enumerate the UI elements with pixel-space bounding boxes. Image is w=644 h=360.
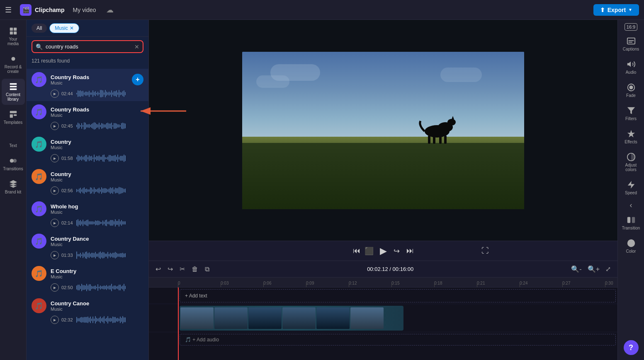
svg-rect-6 xyxy=(10,114,12,118)
right-panel-speed[interactable]: Speed xyxy=(619,176,644,199)
timeline-playhead[interactable] xyxy=(178,288,179,360)
filter-music-button[interactable]: Music ✕ xyxy=(49,23,79,33)
track-item[interactable]: 🎵 Whole hog Music ▶ 02:14 xyxy=(27,198,148,230)
track-icon: 🎵 xyxy=(32,234,46,249)
fit-timeline-button[interactable]: ⤢ xyxy=(604,263,612,275)
track-waveform xyxy=(76,316,126,324)
svg-marker-16 xyxy=(452,116,454,119)
sidebar-item-brand-kit[interactable]: Brand kit xyxy=(2,176,25,198)
ruler-line xyxy=(306,284,306,287)
right-panel-audio[interactable]: Audio xyxy=(619,56,644,79)
ruler-mark: 0:09 xyxy=(306,281,314,285)
track-controls: ▶ 02:56 xyxy=(32,186,143,195)
right-panel-fade[interactable]: Fade xyxy=(619,79,644,102)
undo-button[interactable]: ↩ xyxy=(154,263,163,275)
track-item[interactable]: 🎵 Country Canoe Music ▶ 02:32 xyxy=(27,295,148,327)
right-panel-adjust-colors[interactable]: Adjust colors xyxy=(619,148,644,176)
sidebar-item-content-library[interactable]: Content library xyxy=(2,79,25,105)
right-panel-filters[interactable]: Filters xyxy=(619,102,644,125)
video-title[interactable]: My video xyxy=(70,5,100,15)
topbar-right: ⬆ Export ▼ xyxy=(593,4,639,16)
track-play-button[interactable]: ▶ xyxy=(51,122,59,130)
skip-back-button[interactable]: ⏮ xyxy=(353,246,360,255)
fullscreen-button[interactable]: ⛶ xyxy=(481,246,489,255)
filter-all-button[interactable]: All xyxy=(32,24,47,33)
track-play-button[interactable]: ▶ xyxy=(51,89,59,98)
track-duration: 01:58 xyxy=(61,156,74,161)
timeline-ruler: 00:030:060:090:120:150:180:210:240:270:3… xyxy=(149,278,617,288)
subtitle-toggle-button[interactable]: ⬛ xyxy=(365,246,374,256)
right-panel-captions[interactable]: Captions xyxy=(619,32,644,56)
svg-point-9 xyxy=(13,159,17,162)
track-info: E Country Music xyxy=(51,268,143,279)
track-info: Country Music xyxy=(51,171,143,182)
export-button[interactable]: ⬆ Export ▼ xyxy=(593,4,639,16)
filter-music-close-icon[interactable]: ✕ xyxy=(70,25,74,31)
track-category: Music xyxy=(51,210,143,215)
sidebar-item-text[interactable]: Text xyxy=(2,130,25,151)
sidebar-item-transitions[interactable]: Transitions xyxy=(2,153,25,174)
sidebar-item-templates[interactable]: Templates xyxy=(2,106,25,128)
track-play-button[interactable]: ▶ xyxy=(51,316,59,324)
duplicate-button[interactable]: ⧉ xyxy=(203,264,211,275)
track-play-button[interactable]: ▶ xyxy=(51,154,59,162)
track-item[interactable]: 🎵 Country Roads Music + ▶ 02:44 xyxy=(27,69,148,101)
right-panel-transition[interactable]: Transition xyxy=(619,211,644,234)
sidebar-item-your-media[interactable]: Your media xyxy=(2,23,25,49)
track-controls: ▶ 02:14 xyxy=(32,219,143,227)
track-duration: 02:50 xyxy=(61,285,74,290)
ruler-line xyxy=(605,284,605,287)
track-category: Music xyxy=(51,80,128,85)
results-count: 121 results found xyxy=(27,56,148,67)
svg-rect-2 xyxy=(10,31,12,34)
ruler-line xyxy=(221,284,221,287)
filter-bar: All Music ✕ xyxy=(27,20,148,37)
track-info: Country Roads Music xyxy=(51,74,128,85)
ruler-line xyxy=(520,284,520,287)
track-play-button[interactable]: ▶ xyxy=(51,186,59,195)
track-item[interactable]: 🎵 Country Roads Music ▶ 02:45 xyxy=(27,101,148,133)
track-item[interactable]: 🎵 Country Music ▶ 02:56 xyxy=(27,166,148,198)
right-panel-effects[interactable]: Effects xyxy=(619,125,644,148)
skip-forward-button[interactable]: ⏭ xyxy=(406,246,414,255)
track-play-button[interactable]: ▶ xyxy=(51,251,59,259)
search-clear-icon[interactable]: ✕ xyxy=(134,43,139,50)
audio-track[interactable]: 🎵 + Add audio xyxy=(180,334,616,346)
track-item[interactable]: 🎵 E Country Music ▶ 02:50 xyxy=(27,263,148,295)
aspect-ratio-badge[interactable]: 16:9 xyxy=(625,23,637,31)
right-panel-collapse[interactable]: ‹ xyxy=(628,199,634,211)
track-play-button[interactable]: ▶ xyxy=(51,283,59,292)
track-item[interactable]: 🎵 Country Dance Music ▶ 01:33 xyxy=(27,230,148,263)
play-pause-button[interactable]: ▶ xyxy=(380,246,387,256)
ruler-mark: 0:21 xyxy=(477,281,485,285)
redo-button[interactable]: ↪ xyxy=(166,263,175,275)
text-track[interactable]: + Add text xyxy=(180,289,616,302)
track-header: 🎵 Country Dance Music xyxy=(32,234,143,249)
track-waveform xyxy=(76,122,126,130)
track-info: Whole hog Music xyxy=(51,203,143,215)
logo-icon: 🎬 xyxy=(20,4,32,16)
hamburger-icon[interactable]: ☰ xyxy=(5,5,12,14)
filters-label: Filters xyxy=(625,116,637,121)
track-play-button[interactable]: ▶ xyxy=(51,219,59,227)
ruler-mark: 0:24 xyxy=(520,281,527,285)
timeline-toolbar: ↩ ↪ ✂ 🗑 ⧉ 00:02.12 / 00:16:00 🔍- 🔍+ ⤢ xyxy=(149,261,617,278)
svg-point-30 xyxy=(627,239,634,247)
zoom-in-button[interactable]: 🔍+ xyxy=(586,263,601,275)
track-info: Country Roads Music xyxy=(51,106,143,118)
sidebar-item-record-create[interactable]: Record & create xyxy=(2,51,25,77)
search-input[interactable] xyxy=(32,41,143,52)
video-thumbnails xyxy=(180,306,384,331)
delete-button[interactable]: 🗑 xyxy=(190,264,200,275)
track-item[interactable]: 🎵 Country Music ▶ 01:58 xyxy=(27,133,148,166)
ruler-mark: 0:30 xyxy=(605,281,613,285)
right-panel-color[interactable]: Color xyxy=(619,234,644,258)
video-track-clip[interactable] xyxy=(180,306,403,331)
forward-5-button[interactable]: ↪ xyxy=(394,246,400,256)
cut-button[interactable]: ✂ xyxy=(178,263,187,275)
track-info: Country Music xyxy=(51,139,143,150)
zoom-out-button[interactable]: 🔍- xyxy=(569,263,583,275)
help-button[interactable]: ? xyxy=(624,340,639,355)
track-add-button[interactable]: + xyxy=(132,74,143,85)
effects-label: Effects xyxy=(625,140,637,144)
